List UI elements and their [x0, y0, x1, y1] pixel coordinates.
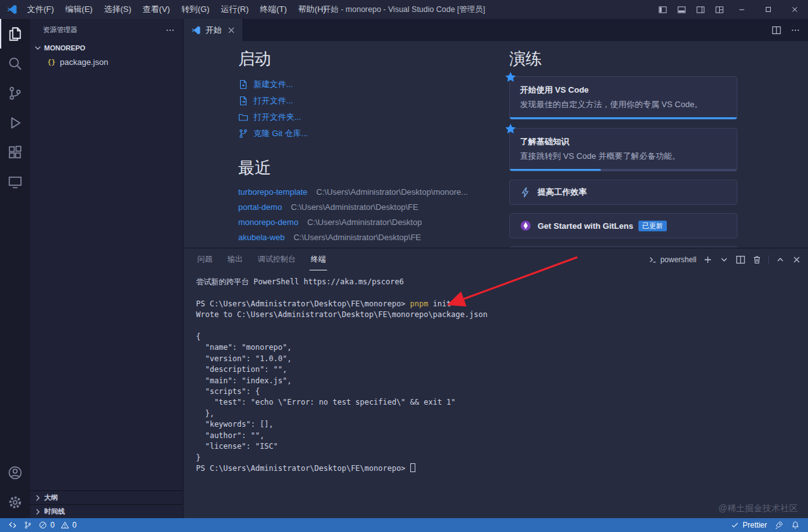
walkthrough-card[interactable]: Get Started with GitLens已更新: [509, 213, 737, 238]
layout-panel-button[interactable]: [672, 0, 691, 19]
terminal-profile[interactable]: powershell: [649, 255, 696, 264]
layout-customize-button[interactable]: [710, 0, 729, 19]
more-actions-button[interactable]: [790, 25, 800, 35]
close-icon[interactable]: [226, 25, 236, 35]
walkthrough-description: 直接跳转到 VS Code 并概要了解必备功能。: [520, 151, 727, 162]
terminal-line: "keywords": [],: [196, 419, 808, 430]
split-editor-button[interactable]: [771, 25, 782, 35]
menu-item[interactable]: 运行(R): [215, 0, 254, 19]
recent-item[interactable]: turborepo-templateC:\Users\Administrator…: [238, 184, 498, 199]
sidebar-section-时间线[interactable]: 时间线: [30, 504, 183, 518]
terminal-text: Wrote to C:\Users\Administrator\Desktop\…: [196, 310, 487, 319]
panel-tab-问题[interactable]: 问题: [196, 248, 214, 270]
activity-extensions[interactable]: [0, 137, 30, 167]
maximize-button[interactable]: [755, 0, 782, 19]
menu-item[interactable]: 终端(T): [254, 0, 292, 19]
minimize-button[interactable]: [729, 0, 755, 19]
terminal-line: {: [196, 332, 808, 342]
panel-tab-调试控制台[interactable]: 调试控制台: [257, 248, 297, 270]
recent-item[interactable]: monorepo-demoC:\Users\Administrator\Desk…: [238, 214, 498, 229]
layout-sidebar-button[interactable]: [653, 0, 672, 19]
sidebar-section-大纲[interactable]: 大纲: [30, 490, 183, 504]
new-terminal-button[interactable]: [703, 255, 713, 265]
terminal-line: PS C:\Users\Administrator\Desktop\FE\mon…: [196, 463, 808, 474]
menu-item[interactable]: 帮助(H): [292, 0, 332, 19]
explorer-header: 资源管理器: [30, 19, 183, 41]
start-action[interactable]: 打开文件...: [238, 93, 498, 109]
terminal-icon: [649, 255, 657, 264]
tab-label: 开始: [205, 25, 222, 36]
walkthrough-card[interactable]: 开始使用 VS Code发现最佳的自定义方法，使用你的专属 VS Code。: [509, 76, 737, 120]
terminal-text: "keywords": [],: [196, 420, 274, 429]
start-action-label: 打开文件...: [253, 95, 293, 107]
walkthrough-cards: 开始使用 VS Code发现最佳的自定义方法，使用你的专属 VS Code。了解…: [509, 76, 737, 238]
terminal-line: },: [196, 408, 808, 419]
maximize-panel-button[interactable]: [775, 255, 785, 265]
menu-item[interactable]: 选择(S): [98, 0, 137, 19]
menu-bar: 文件(F)编辑(E)选择(S)查看(V)转到(G)运行(R)终端(T)帮助(H): [21, 0, 332, 19]
prettier-status[interactable]: Prettier: [727, 518, 770, 532]
terminal-text: "version": "1.0.0",: [196, 354, 292, 363]
bell-icon: [791, 521, 800, 529]
menu-item[interactable]: 文件(F): [21, 0, 60, 19]
remote-indicator[interactable]: [5, 518, 20, 532]
tab-get-started[interactable]: 开始: [183, 19, 243, 41]
close-button[interactable]: [782, 0, 808, 19]
activity-search[interactable]: [0, 49, 30, 78]
activity-settings[interactable]: [0, 487, 30, 517]
terminal-line: Wrote to C:\Users\Administrator\Desktop\…: [196, 309, 808, 320]
terminal-line: "version": "1.0.0",: [196, 354, 808, 364]
problems-status[interactable]: 0 0: [35, 518, 79, 532]
terminal-line: "test": "echo \"Error: no test specified…: [196, 397, 808, 408]
activity-remote-explorer[interactable]: [0, 167, 30, 197]
layout-panel-icon: [677, 5, 686, 14]
activity-account[interactable]: [0, 458, 30, 487]
start-action[interactable]: 克隆 Git 仓库...: [238, 125, 498, 142]
panel-actions: powershell: [649, 255, 802, 265]
open-folder-icon: [238, 112, 248, 122]
menu-item[interactable]: 编辑(E): [60, 0, 98, 19]
gitlens-launchpad[interactable]: [771, 518, 787, 532]
recent-item[interactable]: portal-demoC:\Users\Administrator\Deskto…: [238, 199, 498, 214]
start-action[interactable]: 新建文件...: [238, 76, 498, 93]
tab-actions: [771, 19, 808, 41]
explorer-icon: [8, 26, 23, 42]
walkthrough-card[interactable]: 提高工作效率: [509, 180, 737, 205]
more-actions-icon[interactable]: [165, 25, 175, 35]
recent-name: akubela-web: [238, 233, 285, 242]
terminal-text: "name": "monorepo",: [196, 343, 292, 352]
terminal-output[interactable]: 尝试新的跨平台 PowerShell https://aka.ms/pscore…: [183, 270, 808, 518]
recent-name: turborepo-template: [238, 187, 308, 197]
warning-count: 0: [72, 521, 77, 529]
source-control-status[interactable]: [20, 518, 35, 532]
source-control-icon: [8, 86, 23, 101]
file-package.json[interactable]: {}package.json: [30, 55, 183, 69]
menu-item[interactable]: 转到(G): [176, 0, 216, 19]
activity-source-control[interactable]: [0, 78, 30, 108]
titlebar-controls: [653, 0, 808, 19]
panel-tab-终端[interactable]: 终端: [309, 248, 327, 270]
menu-item[interactable]: 查看(V): [137, 0, 175, 19]
notifications[interactable]: [788, 518, 803, 532]
split-terminal-button[interactable]: [736, 255, 746, 265]
search-icon: [8, 56, 23, 71]
terminal-line: "scripts": {: [196, 386, 808, 397]
terminal-dropdown-button[interactable]: [719, 255, 729, 265]
warning-icon: [61, 521, 69, 529]
layout-sidebar-right-button[interactable]: [691, 0, 710, 19]
walkthrough-card[interactable]: 了解基础知识直接跳转到 VS Code 并概要了解必备功能。: [509, 128, 737, 171]
activity-run-debug[interactable]: [0, 108, 30, 137]
kill-terminal-button[interactable]: [752, 255, 762, 265]
start-action[interactable]: 打开文件夹...: [238, 109, 498, 125]
terminal-text: {: [196, 332, 200, 341]
terminal-text: },: [196, 409, 214, 418]
tree-root-folder[interactable]: MONOREPO: [30, 41, 183, 55]
layout-sidebar-icon: [658, 5, 667, 14]
activity-explorer[interactable]: [0, 19, 30, 49]
minimize-icon: [737, 5, 746, 14]
recent-item[interactable]: akubela-webC:\Users\Administrator\Deskto…: [238, 229, 498, 245]
terminal-line: [196, 321, 808, 332]
panel-tab-输出[interactable]: 输出: [226, 248, 244, 270]
close-panel-button[interactable]: [792, 255, 802, 265]
status-bar-right: Prettier: [727, 518, 803, 532]
